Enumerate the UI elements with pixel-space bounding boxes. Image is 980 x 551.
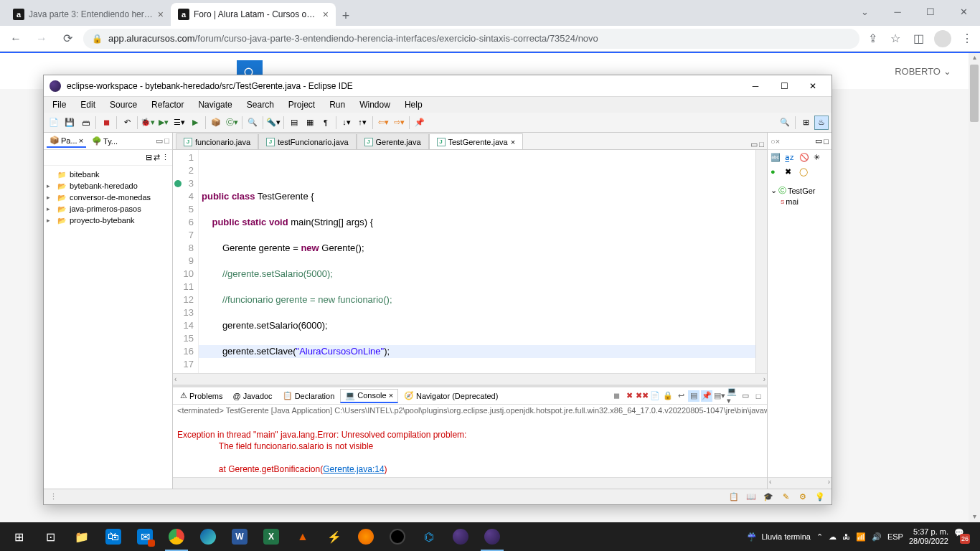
terminate-console-icon[interactable]: ◼: [611, 390, 622, 402]
editor-minimize-icon[interactable]: ▭: [750, 140, 758, 149]
menu-project[interactable]: Project: [283, 98, 321, 111]
edge-icon[interactable]: [192, 522, 224, 551]
toggle-mark-icon[interactable]: ▤: [287, 116, 301, 130]
status-tip-icon[interactable]: 💡: [814, 491, 826, 503]
mail-icon[interactable]: ✉: [129, 522, 161, 551]
tree-item[interactable]: ▸📂java-primeros-pasos: [47, 203, 169, 215]
editor-tab-0[interactable]: Jfuncionario.java: [176, 133, 258, 149]
az-sort-icon[interactable]: a̲z: [785, 153, 796, 164]
extensions-icon[interactable]: ◫: [911, 32, 925, 46]
pin-console-icon[interactable]: 📌: [701, 390, 712, 402]
console-hscrollbar[interactable]: [173, 477, 767, 489]
tab-close-icon[interactable]: ×: [323, 9, 329, 20]
chrome-maximize-button[interactable]: ☐: [914, 0, 947, 23]
tree-item[interactable]: ▸📂bytebank-heredado: [47, 180, 169, 192]
open-console-icon[interactable]: 💻▾: [727, 390, 738, 402]
collapse-all-icon[interactable]: ⊟: [146, 153, 152, 162]
address-bar[interactable]: 🔒 app.aluracursos.com/forum/curso-java-p…: [83, 29, 859, 49]
stacktrace-link[interactable]: Gerente.java:14: [323, 464, 384, 474]
hide-nonpublic-icon[interactable]: ●: [771, 167, 782, 179]
eclipse-titlebar[interactable]: eclipse-workspace - bytebank-heredado/sr…: [44, 75, 831, 97]
word-wrap-icon[interactable]: ↩: [675, 390, 687, 402]
tree-item[interactable]: 📁bitebank: [47, 169, 169, 180]
terminate-icon[interactable]: ◼: [99, 116, 113, 130]
reload-button[interactable]: ⟳: [57, 29, 77, 49]
console-output[interactable]: Exception in thread "main" java.lang.Err…: [173, 416, 767, 477]
menu-file[interactable]: File: [47, 98, 72, 111]
run-icon[interactable]: ▶▾: [156, 116, 171, 130]
scroll-lock-icon[interactable]: 🔒: [662, 390, 674, 402]
start-button[interactable]: ⊞: [3, 522, 34, 551]
forward-nav-icon[interactable]: ⇨▾: [392, 116, 406, 130]
show-console-icon[interactable]: ▤: [688, 390, 699, 402]
ms-store-icon[interactable]: 🛍: [98, 522, 129, 551]
new-package-icon[interactable]: 📦: [209, 116, 223, 130]
maximize-view-icon[interactable]: □: [164, 136, 169, 146]
back-nav-icon[interactable]: ⇦▾: [376, 116, 390, 130]
code-content[interactable]: public class TestGerente { public static…: [199, 150, 767, 373]
remove-all-icon[interactable]: ✖✖: [636, 390, 648, 402]
chrome-dropdown-icon[interactable]: ⌄: [848, 0, 881, 23]
menu-navigate[interactable]: Navigate: [192, 98, 237, 111]
code-editor[interactable]: 1234567891011121314151617 public class T…: [173, 150, 767, 373]
winamp-icon[interactable]: ⚡: [319, 522, 350, 551]
scrollbar-thumb[interactable]: [970, 65, 979, 122]
menu-window[interactable]: Window: [354, 98, 396, 111]
new-tab-button[interactable]: +: [336, 6, 356, 26]
pin-icon[interactable]: 📌: [413, 116, 427, 130]
weather-widget[interactable]: ☔ Lluvia termina: [747, 532, 810, 542]
eclipse-taskbar-icon[interactable]: [445, 522, 476, 551]
navigator-tab[interactable]: 🧭 Navigator (Deprecated): [400, 390, 502, 402]
coverage-icon[interactable]: ☰▾: [172, 116, 187, 130]
new-icon[interactable]: 📄: [47, 116, 61, 130]
notification-center-icon[interactable]: 💬 26: [954, 528, 971, 545]
open-type-icon[interactable]: 🔍: [245, 116, 260, 130]
editor-hscrollbar[interactable]: ‹›: [173, 373, 767, 385]
menu-refactor[interactable]: Refactor: [146, 98, 189, 111]
outline-close-icon[interactable]: ○×: [771, 137, 780, 146]
tab-close-icon[interactable]: ×: [158, 9, 164, 20]
show-whitespace-icon[interactable]: ¶: [319, 116, 333, 130]
eclipse-taskbar-icon-2[interactable]: [476, 522, 508, 551]
eclipse-close-button[interactable]: ✕: [800, 77, 826, 95]
save-icon[interactable]: 💾: [62, 116, 77, 130]
minimize-view-icon[interactable]: ▭: [156, 136, 163, 146]
toggle-block-icon[interactable]: ▦: [303, 116, 317, 130]
type-hierarchy-tab[interactable]: 🌳 Ty...: [89, 135, 121, 147]
page-vscrollbar[interactable]: ▴ ▾: [969, 53, 980, 524]
debug-icon[interactable]: 🐞▾: [141, 116, 155, 130]
taskbar-clock[interactable]: 5:37 p. m. 28/09/2022: [909, 527, 948, 546]
chrome-close-button[interactable]: ✕: [947, 0, 980, 23]
obs-icon[interactable]: [382, 522, 413, 551]
menu-help[interactable]: Help: [399, 98, 428, 111]
editor-tab-3[interactable]: JTestGerente.java ×: [429, 133, 524, 149]
chrome-icon[interactable]: [161, 522, 192, 551]
tray-wifi-icon[interactable]: 📶: [856, 532, 866, 542]
status-overview-icon[interactable]: 📋: [728, 491, 740, 503]
page-user-menu[interactable]: ROBERTO ⌄: [895, 66, 951, 77]
tab-close-icon[interactable]: ×: [389, 391, 393, 400]
declaration-tab[interactable]: 📋 Declaration: [278, 390, 339, 402]
back-button[interactable]: ←: [6, 29, 26, 49]
editor-tab-2[interactable]: JGerente.java: [357, 133, 429, 149]
eclipse-minimize-button[interactable]: ─: [743, 77, 768, 95]
status-gear-icon[interactable]: ⚙: [797, 491, 809, 503]
tray-network-icon[interactable]: 🖧: [842, 532, 850, 541]
clear-console-icon[interactable]: 📄: [649, 390, 661, 402]
tray-cloud-icon[interactable]: ☁: [829, 532, 837, 542]
task-view-button[interactable]: ⊡: [34, 522, 66, 551]
outline-min-icon[interactable]: ▭: [815, 136, 822, 146]
browser-tab-0[interactable]: a Java parte 3: Entendiendo herencia ×: [6, 3, 171, 26]
firefox-icon[interactable]: [350, 522, 382, 551]
menu-edit[interactable]: Edit: [75, 98, 101, 111]
package-explorer-tab[interactable]: 📦 Pa... ×: [47, 134, 86, 148]
tray-volume-icon[interactable]: 🔊: [872, 532, 882, 542]
prev-annotation-icon[interactable]: ↑▾: [355, 116, 369, 130]
tree-item[interactable]: ▸📂proyecto-bytebank: [47, 215, 169, 226]
vscode-icon[interactable]: ⌬: [413, 522, 445, 551]
menu-icon[interactable]: ⋮: [960, 32, 974, 46]
bookmark-icon[interactable]: ☆: [888, 32, 903, 46]
tray-language[interactable]: ESP: [887, 532, 903, 541]
display-selected-icon[interactable]: ▤▾: [714, 390, 725, 402]
java-perspective-icon[interactable]: ♨: [814, 116, 829, 130]
